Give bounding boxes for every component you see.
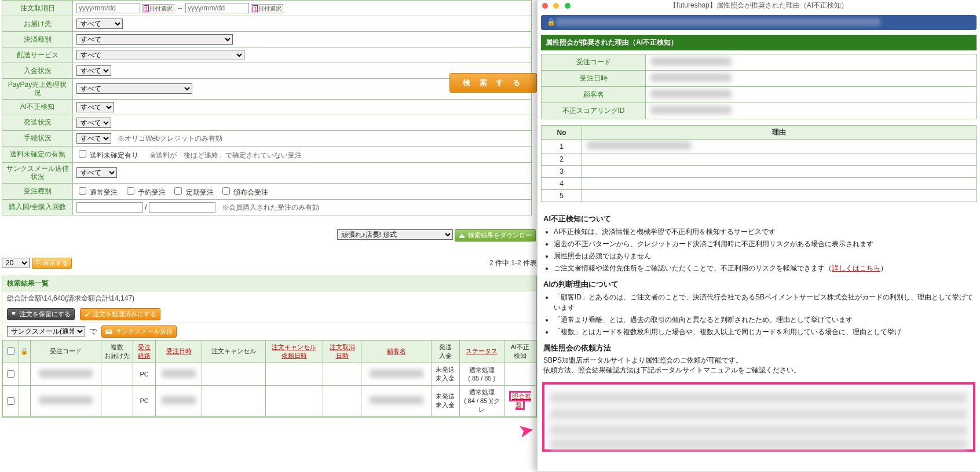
label-procedure: 手続状況 xyxy=(2,130,73,146)
label-thanks: サンクスメール送信状況 xyxy=(2,162,73,183)
url-bar[interactable]: 🔒 xyxy=(541,15,977,30)
ordertype-reserve-checkbox[interactable] xyxy=(127,187,134,195)
label-paypay: PayPay売上処理状況 xyxy=(2,79,73,100)
fraud-reason-popup: 【futureshop】属性照会が推奨された理由（AI不正検知） 🔒 属性照会が… xyxy=(537,0,980,471)
ship-status-select[interactable]: すべて xyxy=(76,118,111,128)
shipfee-note: ※送料が「後ほど連絡」で確定されていない受注 xyxy=(150,151,302,159)
procedure-select[interactable]: すべて xyxy=(76,133,111,144)
show-button[interactable]: 表示する xyxy=(32,258,72,269)
cell-route: PC xyxy=(133,363,156,385)
label-deliver-to: お届け先 xyxy=(2,16,73,32)
section3-title: 属性照会の依頼方法 xyxy=(543,343,974,353)
col-cancel-req-datetime[interactable]: 注文キャンセル依頼日時 xyxy=(272,343,316,359)
col-order-route[interactable]: 受注経路 xyxy=(138,343,151,359)
magnifier-icon xyxy=(35,259,41,265)
select-all-checkbox[interactable] xyxy=(7,347,14,355)
download-icon xyxy=(459,232,465,239)
col-order-datetime[interactable]: 受注日時 xyxy=(166,347,192,354)
ai-fraud-select[interactable]: すべて xyxy=(76,102,114,112)
label-payment-status: 入金状況 xyxy=(2,63,73,79)
ordertype-recurring-checkbox[interactable] xyxy=(174,187,182,195)
payment-status-select[interactable]: すべて xyxy=(76,65,111,76)
cancel-date-to[interactable] xyxy=(185,3,249,13)
shipfee-unconfirmed-checkbox[interactable] xyxy=(79,150,86,158)
blurred-cell xyxy=(39,369,93,378)
label-purchase-count: 購入回/全購入回数 xyxy=(2,199,73,215)
col-cancel-datetime[interactable]: 注文取消日時 xyxy=(330,343,355,359)
search-button[interactable]: 検 索 す る xyxy=(449,73,537,93)
label-ai-fraud: AI不正検知 xyxy=(2,99,73,115)
label-order-type: 受注種別 xyxy=(2,183,73,199)
maximize-icon[interactable] xyxy=(565,3,571,9)
mark-done-button[interactable]: 注文を処理済みにする xyxy=(80,308,160,320)
popup-reason-table: No理由 1 2 3 4 5 xyxy=(541,125,977,202)
label-ship-service: 配送サービス xyxy=(2,47,73,63)
hold-orders-button[interactable]: 注文を保留にする xyxy=(7,308,75,320)
lock-icon: 🔒 xyxy=(547,18,555,26)
ordertype-hanpu-checkbox[interactable] xyxy=(222,187,230,195)
flag-icon xyxy=(11,312,17,317)
col-cancel: 注文キャンセル xyxy=(202,340,265,363)
results-summary: 総合計金額\14,640(請求金額合計\14,147) xyxy=(2,291,536,306)
download-results-button[interactable]: 検索結果をダウンロー xyxy=(455,229,536,242)
results-panel: 検索結果一覧 総合計金額\14,640(請求金額合計\14,147) 注文を保留… xyxy=(2,276,537,418)
results-title: 検索結果一覧 xyxy=(2,276,536,291)
label-payment-type: 決済種別 xyxy=(2,32,73,47)
col-ship-pay: 発送入金 xyxy=(432,340,459,363)
table-row: PC 未発送未入金 通常処理( 85 / 85 ) xyxy=(3,363,536,385)
date-picker-from-btn[interactable]: 1日付選択 xyxy=(142,4,174,13)
annotation-arrow-icon: ➤ xyxy=(517,418,536,442)
send-thanksmail-button[interactable]: サンクスメール送信 xyxy=(101,325,177,338)
col-status[interactable]: ステータス xyxy=(466,347,498,354)
results-table: 🔒 受注コード 複数お届け先 受注経路 受注日時 注文キャンセル 注文キャンセル… xyxy=(2,340,536,417)
purchase-count-input[interactable] xyxy=(76,202,143,213)
tilde: ～ xyxy=(177,4,184,12)
download-format-select[interactable]: 頑張れ♪店長! 形式 xyxy=(337,229,453,240)
col-multi-deliver: 複数お届け先 xyxy=(101,340,133,363)
perpage-select[interactable]: 20 xyxy=(2,258,30,268)
paypay-select[interactable]: すべて xyxy=(76,83,192,94)
cell-route: PC xyxy=(133,385,156,416)
purchase-total-input[interactable] xyxy=(149,202,215,213)
label-cancel-date: 注文取消日 xyxy=(2,1,73,16)
popup-window-title: 【futureshop】属性照会が推奨された理由（AI不正検知） xyxy=(537,0,980,12)
cancel-date-from[interactable] xyxy=(76,3,140,13)
section2-title: AIの判断理由について xyxy=(543,279,974,290)
row-checkbox[interactable] xyxy=(7,370,14,378)
col-ai-fraud: AI不正検知 xyxy=(504,340,536,363)
ship-service-select[interactable]: すべて xyxy=(76,50,244,60)
section3-text1: SBPS加盟店ポータルサイトより属性照会のご依頼が可能です。 xyxy=(543,356,974,365)
deliver-to-select[interactable]: すべて xyxy=(76,19,123,29)
procedure-note: ※オリコWebクレジットのみ有効 xyxy=(118,134,222,142)
popup-heading: 属性照会が推奨された理由（AI不正検知） xyxy=(541,35,977,50)
shipfee-cb-label: 送料未確定有り xyxy=(90,151,138,159)
section2-list: 「顧客ID」とあるのは、ご注文者のことで、決済代行会社であるSBペイメントサービ… xyxy=(554,292,974,337)
close-icon[interactable] xyxy=(542,3,548,9)
portal-manual-box xyxy=(542,382,975,452)
svg-line-2 xyxy=(39,263,41,265)
label-shipfee: 送料未確定の有無 xyxy=(2,146,73,162)
row-checkbox[interactable] xyxy=(7,397,14,405)
section1-list: AI不正検知は、決済情報と機械学習で不正利用を検知するサービスです 過去の不正パ… xyxy=(554,226,974,273)
col-customer[interactable]: 顧客名 xyxy=(387,347,406,354)
check-icon xyxy=(84,312,90,317)
result-count: 2 件中 1-2 件表 xyxy=(489,258,537,268)
ai-fraud-inquiry-link[interactable]: 照会推奨 xyxy=(512,393,531,408)
thanksmail-select[interactable]: サンクスメール(通常) xyxy=(7,326,85,336)
table-row: PC 未発送未入金 通常処理( 84 / 85 )(クレ 照会推奨 xyxy=(3,385,536,416)
purchase-note: ※会員購入された受注のみ有効 xyxy=(222,203,319,211)
payment-type-select[interactable]: すべて xyxy=(76,34,233,45)
col-order-code: 受注コード xyxy=(31,340,101,363)
label-ship-status: 発送状況 xyxy=(2,115,73,130)
section1-title: AI不正検知について xyxy=(543,214,974,224)
section3-text2: 依頼方法、照会結果確認方法は下記ポータルサイトマニュアルをご確認ください。 xyxy=(543,365,974,375)
popup-info-table: 受注コード 受注日時 顧客名 不正スコアリングID xyxy=(541,54,977,119)
date-picker-to-btn[interactable]: 1日付選択 xyxy=(251,4,283,13)
minimize-icon[interactable] xyxy=(553,3,559,9)
ordertype-normal-checkbox[interactable] xyxy=(79,187,86,195)
window-controls[interactable] xyxy=(542,2,574,10)
details-link[interactable]: 詳しくはこちら xyxy=(832,264,880,272)
search-form: 注文取消日 1日付選択 ～ 1日付選択 お届け先 すべて 決済種別 すべて 配送… xyxy=(2,0,532,215)
lock-icon: 🔒 xyxy=(20,347,28,354)
thanks-select[interactable]: すべて xyxy=(76,167,117,178)
